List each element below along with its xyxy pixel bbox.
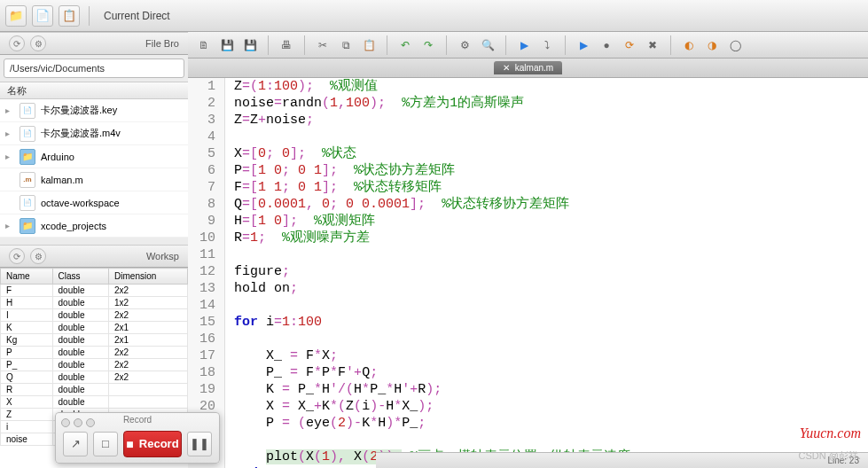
- breakpoint-icon[interactable]: ●: [598, 36, 615, 54]
- code-area[interactable]: 1Z=(1:100); %观测值2noise=randn(1,100); %方差…: [188, 78, 868, 468]
- ws-row[interactable]: P_double2x2: [1, 359, 188, 371]
- camera-icon: ■: [126, 437, 133, 451]
- file-browser-header: ⟳⚙ File Bro: [0, 32, 188, 55]
- cut-icon[interactable]: ✂: [314, 36, 332, 54]
- bp-toggle-icon[interactable]: ◐: [680, 36, 698, 54]
- reload-icon[interactable]: ⟳: [9, 248, 25, 264]
- ws-row[interactable]: Kdouble2x1: [1, 322, 188, 334]
- save-icon[interactable]: 💾: [218, 36, 236, 54]
- window-controls[interactable]: [61, 418, 95, 427]
- code-line[interactable]: 1Z=(1:100); %观测值: [188, 78, 868, 95]
- ws-row[interactable]: Fdouble2x2: [1, 285, 188, 297]
- doc-icon[interactable]: 📄: [32, 5, 53, 27]
- clipboard-icon[interactable]: 📋: [59, 5, 80, 27]
- code-line[interactable]: 8Q=[0.0001, 0; 0 0.0001]; %状态转移协方差矩阵: [188, 196, 868, 213]
- code-line[interactable]: 17 X_ = F*X;: [188, 347, 868, 364]
- stop-icon[interactable]: ✖: [644, 36, 661, 54]
- code-line[interactable]: 14: [188, 297, 868, 314]
- record-button[interactable]: ■Record: [123, 431, 182, 457]
- code-line[interactable]: 6P=[1 0; 0 1]; %状态协方差矩阵: [188, 162, 868, 179]
- step-icon[interactable]: ⤵: [538, 36, 556, 54]
- ws-row[interactable]: Xdouble: [1, 396, 188, 409]
- gear-icon[interactable]: ⚙: [30, 35, 46, 51]
- code-line[interactable]: 16: [188, 331, 868, 347]
- code-line[interactable]: 15for i=1:100: [188, 314, 868, 331]
- reload-icon[interactable]: ⟳: [9, 35, 25, 51]
- editor-pane: 🗎 💾 💾 🖶 ✂ ⧉ 📋 ↶ ↷ ⚙ 🔍 ▶ ⤵ ▶ ● ⟳ ✖ ◐ ◑ ◯ …: [188, 32, 868, 468]
- record-window[interactable]: Record ↗ □ ■Record ❚❚: [55, 412, 220, 464]
- file-list: ▸📄卡尔曼滤波器.key▸📄卡尔曼滤波器.m4v▸📁Arduino.mkalma…: [0, 99, 188, 238]
- code-line[interactable]: 13hold on;: [188, 280, 868, 297]
- save-all-icon[interactable]: 💾: [241, 36, 259, 54]
- code-line[interactable]: 21 P = (eye(2)-K*H)*P_;: [188, 415, 868, 432]
- ws-row[interactable]: Idouble2x2: [1, 309, 188, 322]
- undo-icon[interactable]: ↶: [396, 36, 414, 54]
- left-column: ⟳⚙ File Bro /Users/vic/Documents 名称 ▸📄卡尔…: [0, 32, 188, 468]
- watermark-csdn: CSDN @彭祥.: [799, 449, 861, 463]
- editor-tabbar: ✕kalman.m: [188, 58, 868, 78]
- file-row[interactable]: 📄octave-workspace: [0, 191, 188, 214]
- ws-col-header[interactable]: Name: [1, 269, 53, 285]
- ws-row[interactable]: Qdouble2x2: [1, 371, 188, 384]
- ws-col-header[interactable]: Class: [52, 269, 109, 285]
- gear-icon[interactable]: ⚙: [456, 36, 473, 54]
- close-icon[interactable]: ✕: [503, 63, 510, 73]
- ws-row[interactable]: Hdouble1x2: [1, 297, 188, 309]
- file-row[interactable]: ▸📄卡尔曼滤波器.key: [0, 99, 188, 122]
- code-line[interactable]: 3Z=Z+noise;: [188, 112, 868, 129]
- pause-icon[interactable]: ❚❚: [187, 432, 212, 456]
- code-line[interactable]: 11: [188, 246, 868, 263]
- expand-icon[interactable]: ↗: [63, 432, 88, 456]
- code-line[interactable]: 12figure;: [188, 263, 868, 280]
- bp-next-icon[interactable]: ◑: [703, 36, 721, 54]
- redo-icon[interactable]: ↷: [419, 36, 437, 54]
- ws-row[interactable]: Kgdouble2x1: [1, 334, 188, 347]
- code-line[interactable]: 2noise=randn(1,100); %方差为1的高斯噪声: [188, 95, 868, 112]
- new-file-icon[interactable]: 🗎: [195, 36, 213, 54]
- tab-kalman[interactable]: ✕kalman.m: [494, 61, 562, 74]
- ws-col-header[interactable]: Dimension: [109, 269, 188, 285]
- file-row[interactable]: .mkalman.m: [0, 168, 188, 191]
- file-row[interactable]: ▸📄卡尔曼滤波器.m4v: [0, 122, 188, 145]
- name-column-header: 名称: [0, 82, 188, 99]
- file-row[interactable]: ▸📁Arduino: [0, 145, 188, 168]
- debug-icon[interactable]: ▶: [575, 36, 592, 54]
- bp-clear-icon[interactable]: ◯: [726, 36, 744, 54]
- paste-icon[interactable]: 📋: [360, 36, 378, 54]
- code-line[interactable]: 9H=[1 0]; %观测矩阵: [188, 213, 868, 230]
- find-icon[interactable]: 🔍: [479, 36, 497, 54]
- step-over-icon[interactable]: ⟳: [621, 36, 638, 54]
- editor-toolbar: 🗎 💾 💾 🖶 ✂ ⧉ 📋 ↶ ↷ ⚙ 🔍 ▶ ⤵ ▶ ● ⟳ ✖ ◐ ◑ ◯: [188, 32, 868, 58]
- stop-icon[interactable]: □: [93, 432, 118, 456]
- status-bar: Line: 23: [376, 452, 868, 468]
- file-row[interactable]: ▸📁xcode_projects: [0, 214, 188, 238]
- workspace-header: ⟳⚙ Worksp: [0, 245, 188, 268]
- main-toolbar: 📁 📄 📋 Current Direct: [0, 0, 868, 32]
- code-line[interactable]: 20 X = X_+K*(Z(i)-H*X_);: [188, 398, 868, 415]
- path-bar[interactable]: /Users/vic/Documents: [4, 58, 184, 78]
- code-line[interactable]: 5X=[0; 0]; %状态: [188, 145, 868, 162]
- folder-icon[interactable]: 📁: [5, 5, 27, 27]
- gear-icon[interactable]: ⚙: [30, 248, 46, 264]
- copy-icon[interactable]: ⧉: [337, 36, 355, 54]
- code-line[interactable]: 19 K = P_*H'/(H*P_*H'+R);: [188, 381, 868, 398]
- code-line[interactable]: 10R=1; %观测噪声方差: [188, 230, 868, 246]
- code-line[interactable]: 18 P_ = F*P*F'+Q;: [188, 364, 868, 381]
- current-dir-label: Current Direct: [104, 10, 170, 22]
- ws-row[interactable]: Pdouble2x2: [1, 347, 188, 359]
- code-line[interactable]: 22: [188, 432, 868, 448]
- print-icon[interactable]: 🖶: [278, 36, 295, 54]
- code-line[interactable]: 4: [188, 129, 868, 145]
- run-icon[interactable]: ▶: [515, 36, 533, 54]
- watermark-site: Yuucn.com: [800, 425, 861, 441]
- ws-row[interactable]: Rdouble: [1, 384, 188, 396]
- code-line[interactable]: 7F=[1 1; 0 1]; %状态转移矩阵: [188, 179, 868, 196]
